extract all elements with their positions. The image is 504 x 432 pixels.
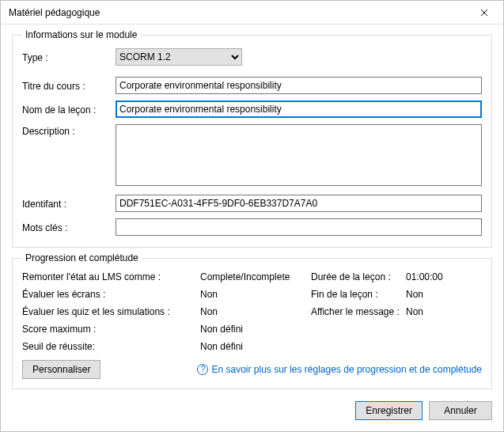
- module-info-group: Informations sur le module Type : SCORM …: [12, 29, 492, 248]
- report-status-value: Complete/Incomplete: [200, 271, 311, 282]
- help-icon: ?: [197, 364, 208, 375]
- lesson-duration-value: 01:00:00: [406, 271, 469, 282]
- titlebar: Matériel pédagogique: [1, 1, 503, 25]
- course-title-input[interactable]: [116, 77, 482, 94]
- eval-screens-value: Non: [200, 289, 311, 300]
- identifier-label: Identifant :: [22, 197, 116, 210]
- customize-button[interactable]: Personnaliser: [22, 360, 100, 379]
- course-title-label: Titre du cours :: [22, 79, 116, 92]
- lesson-end-value: Non: [406, 289, 469, 300]
- save-button[interactable]: Enregistrer: [355, 401, 423, 420]
- keywords-input[interactable]: [116, 218, 482, 236]
- dialog-content: Informations sur le module Type : SCORM …: [1, 25, 503, 392]
- lesson-name-label: Nom de la leçon :: [22, 103, 116, 116]
- type-label: Type :: [22, 51, 116, 63]
- lesson-end-label: Fin de la leçon :: [311, 289, 406, 300]
- dialog-window: Matériel pédagogique Informations sur le…: [0, 0, 504, 432]
- eval-quiz-label: Évaluer les quiz et les simulations :: [22, 306, 200, 317]
- description-textarea[interactable]: [116, 124, 482, 186]
- keywords-label: Mots clés :: [22, 221, 116, 233]
- report-status-label: Remonter l'état au LMS comme :: [22, 271, 200, 282]
- dialog-footer: Enregistrer Annuler: [1, 392, 503, 431]
- pass-threshold-value: Non défini: [200, 341, 311, 352]
- eval-quiz-value: Non: [200, 306, 311, 317]
- pass-threshold-label: Seuil de réussite:: [22, 341, 200, 352]
- close-icon[interactable]: [472, 3, 497, 22]
- identifier-input[interactable]: [116, 195, 482, 212]
- lesson-name-input[interactable]: [116, 100, 482, 118]
- learn-more-link[interactable]: ? En savoir plus sur les réglages de pro…: [197, 364, 482, 375]
- show-message-label: Afficher le message :: [311, 306, 406, 317]
- progress-group: Progression et complétude Remonter l'éta…: [12, 252, 492, 389]
- max-score-value: Non défini: [200, 324, 311, 335]
- lesson-duration-label: Durée de la leçon :: [311, 271, 406, 282]
- show-message-value: Non: [406, 306, 469, 317]
- cancel-button[interactable]: Annuler: [429, 401, 492, 420]
- description-label: Description :: [22, 124, 116, 137]
- eval-screens-label: Évaluer les écrans :: [22, 289, 200, 300]
- progress-legend: Progression et complétude: [22, 252, 142, 263]
- dialog-title: Matériel pédagogique: [9, 7, 472, 18]
- max-score-label: Score maximum :: [22, 324, 200, 335]
- type-select[interactable]: SCORM 1.2: [116, 48, 242, 66]
- module-info-legend: Informations sur le module: [22, 29, 140, 40]
- learn-more-text: En savoir plus sur les réglages de progr…: [211, 364, 482, 375]
